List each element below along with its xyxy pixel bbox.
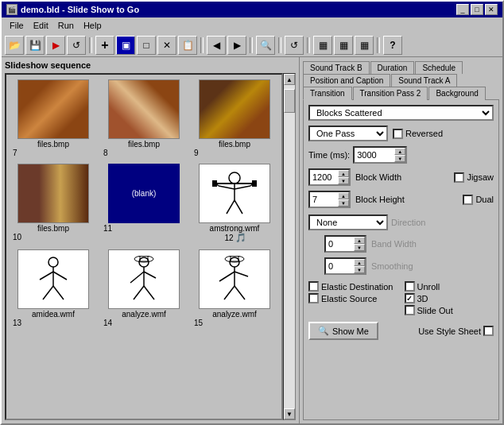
thumb-image-8 — [108, 79, 180, 139]
pass-select[interactable]: One Pass Two Pass — [308, 126, 388, 141]
blockwidth-spin-up[interactable]: ▲ — [338, 170, 349, 177]
menu-edit[interactable]: Edit — [29, 19, 53, 32]
scroll-down-button[interactable]: ▼ — [284, 408, 295, 419]
checkboxes-grid: Elastic Destination Unroll Elastic Sourc… — [308, 281, 494, 315]
tab-schedule[interactable]: Schedule — [415, 61, 463, 74]
open-button[interactable]: 📂 — [5, 36, 24, 55]
bandwidth-input[interactable] — [326, 237, 354, 251]
elastic-src-checkbox[interactable] — [308, 293, 319, 303]
smoothing-spin-down[interactable]: ▼ — [354, 266, 365, 273]
blockheight-spin-up[interactable]: ▲ — [338, 192, 349, 199]
blockheight-spinner: ▲ ▼ — [308, 191, 351, 208]
grid2-button[interactable]: ▦ — [334, 36, 353, 55]
grid3-button[interactable]: ▦ — [355, 36, 374, 55]
jigsaw-checkbox[interactable] — [454, 172, 464, 183]
blockheight-spin-down[interactable]: ▼ — [338, 199, 349, 207]
thumb-item-7[interactable]: files.bmp 7 — [10, 78, 97, 159]
svg-line-3 — [235, 186, 250, 189]
style-sheet-checkbox[interactable] — [483, 326, 494, 336]
transition-select[interactable]: Blocks Scattered Fade Wipe — [308, 105, 494, 121]
tab-duration[interactable]: Duration — [370, 61, 415, 74]
bandwidth-spinner: ▲ ▼ — [324, 235, 366, 253]
thumb-scrollbar[interactable]: ▲ ▼ — [283, 73, 296, 420]
thumb-item-12[interactable]: amstrong.wmf 12 🎵 — [191, 162, 278, 245]
thumb-item-14[interactable]: analyze.wmf 14 — [100, 248, 188, 329]
maximize-button[interactable]: □ — [471, 4, 483, 15]
bandwidth-spin-up[interactable]: ▲ — [354, 237, 365, 244]
menu-help[interactable]: Help — [79, 19, 107, 32]
unroll-checkbox[interactable] — [405, 281, 415, 292]
blockheight-input[interactable] — [310, 192, 338, 207]
refresh-button[interactable]: ↺ — [67, 36, 86, 55]
thumbnail-area[interactable]: files.bmp 7 files.bmp 8 — [5, 73, 283, 420]
forward-button[interactable]: ▶ — [227, 36, 246, 55]
threed-checkbox[interactable] — [405, 293, 415, 303]
minimize-button[interactable]: _ — [456, 4, 469, 15]
scroll-track[interactable] — [284, 85, 295, 408]
dual-checkbox[interactable] — [463, 195, 473, 205]
music-note-icon: 🎵 — [235, 233, 246, 243]
help-button[interactable]: ? — [383, 36, 402, 55]
thumb-item-8[interactable]: files.bmp 8 — [100, 78, 188, 159]
tab-transition-pass2[interactable]: Transition Pass 2 — [353, 87, 428, 100]
thumb-item-15[interactable]: analyze.wmf 15 — [191, 248, 278, 329]
scroll-up-button[interactable]: ▲ — [284, 74, 295, 85]
analyze1-preview — [116, 256, 172, 303]
grid1-button[interactable]: ▦ — [313, 36, 332, 55]
tab-transition[interactable]: Transition — [303, 87, 352, 100]
add-button[interactable]: + — [95, 36, 114, 55]
delete-button[interactable]: ✕ — [157, 36, 176, 55]
elastic-src-label: Elastic Source — [308, 293, 398, 303]
blockwidth-label: Block Width — [355, 172, 449, 182]
menu-file[interactable]: File — [5, 19, 29, 32]
thumb-item-13[interactable]: amidea.wmf 13 — [10, 248, 97, 329]
bandwidth-spin-down[interactable]: ▼ — [354, 244, 365, 251]
thumb-item-11[interactable]: (blank) 11 — [100, 162, 188, 245]
svg-line-19 — [130, 272, 144, 283]
thumb-number-15: 15 — [192, 319, 277, 327]
time-spin-down[interactable]: ▼ — [394, 155, 405, 162]
slideout-label: Slide Out — [405, 305, 494, 315]
right-panel: Sound Track B Duration Schedule Position… — [300, 57, 502, 423]
save-button[interactable]: 💾 — [25, 36, 45, 55]
smoothing-input[interactable] — [326, 259, 354, 273]
tab-position-caption[interactable]: Position and Caption — [303, 74, 390, 87]
picture-button[interactable]: ▣ — [116, 36, 135, 55]
smoothing-spin-up[interactable]: ▲ — [354, 259, 365, 266]
blank-button[interactable]: □ — [137, 36, 156, 55]
tab-soundtrack-b[interactable]: Sound Track B — [303, 61, 370, 74]
svg-line-20 — [144, 272, 156, 278]
show-me-button[interactable]: 🔍 Show Me — [308, 322, 378, 340]
blockwidth-input[interactable] — [310, 170, 338, 184]
elastic-dest-checkbox[interactable] — [308, 281, 319, 292]
thumb-filename-10: files.bmp — [37, 224, 69, 233]
time-spin-up[interactable]: ▲ — [394, 148, 405, 155]
svg-line-15 — [43, 286, 53, 299]
smoothing-spin-buttons: ▲ ▼ — [354, 259, 365, 273]
thumb-blank-label: (blank) — [132, 189, 157, 198]
menu-run[interactable]: Run — [53, 19, 79, 32]
tab-soundtrackA[interactable]: Sound Track A — [391, 74, 457, 87]
time-row: Time (ms): 3000 ▲ ▼ — [308, 146, 494, 164]
smoothing-label: Smoothing — [371, 261, 494, 271]
blockwidth-spin-down[interactable]: ▼ — [338, 177, 349, 184]
svg-rect-6 — [212, 180, 217, 187]
copy-button[interactable]: 📋 — [178, 36, 197, 55]
bandwidth-spin-buttons: ▲ ▼ — [354, 237, 365, 251]
title-bar-left: 🎬 demo.bld - Slide Show to Go — [6, 4, 139, 15]
back-button[interactable]: ◀ — [207, 36, 226, 55]
thumb-grid: files.bmp 7 files.bmp 8 — [10, 78, 278, 329]
search-button[interactable]: 🔍 — [256, 36, 275, 55]
time-input[interactable]: 3000 — [355, 148, 394, 162]
loop-button[interactable]: ↺ — [285, 36, 304, 55]
slideout-checkbox[interactable] — [405, 305, 415, 315]
thumb-item-9[interactable]: files.bmp 9 — [191, 78, 278, 159]
thumb-filename-7: files.bmp — [37, 140, 69, 149]
thumb-item-10[interactable]: files.bmp 10 — [10, 162, 97, 245]
reversed-checkbox[interactable] — [393, 129, 403, 139]
run-button[interactable]: ▶ — [46, 36, 65, 55]
close-button[interactable]: ✕ — [485, 4, 498, 15]
tab-background[interactable]: Background — [428, 87, 485, 100]
direction-select[interactable]: None Left Right — [308, 214, 388, 230]
scroll-thumb[interactable] — [284, 89, 295, 113]
